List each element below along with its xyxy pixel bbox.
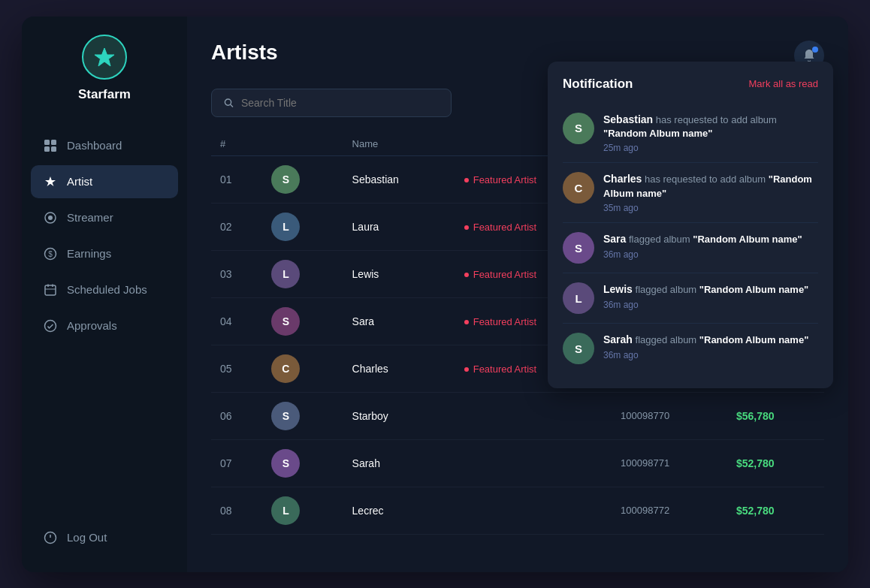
- app-window: Starfarm Dashboard: [22, 17, 848, 572]
- search-input[interactable]: [241, 97, 439, 109]
- earnings: $52,780: [727, 439, 824, 487]
- sidebar-logo: Starfarm: [22, 35, 187, 102]
- row-number: 02: [211, 203, 262, 250]
- featured-tag: [455, 392, 612, 439]
- notif-description: Sara flagged album "Random Album name": [603, 232, 818, 247]
- notif-description: Lewis flagged album "Random Album name": [603, 282, 818, 297]
- sidebar-item-streamer[interactable]: Streamer: [31, 201, 178, 234]
- notification-item: C Charles has requested to add album "Ra…: [563, 163, 818, 223]
- svg-text:$: $: [48, 250, 53, 258]
- svg-line-18: [231, 104, 233, 107]
- mark-all-read-button[interactable]: Mark all as read: [749, 78, 818, 89]
- logout-label: Log Out: [67, 531, 107, 544]
- avatar: C: [271, 354, 300, 383]
- svg-rect-1: [44, 140, 50, 145]
- sidebar-item-scheduled-jobs[interactable]: Scheduled Jobs: [31, 273, 178, 306]
- notif-text: Sebastian has requested to add album "Ra…: [603, 113, 818, 154]
- notif-time: 35m ago: [603, 203, 818, 213]
- logout-button[interactable]: Log Out: [22, 521, 187, 554]
- notification-item: L Lewis flagged album "Random Album name…: [563, 273, 818, 324]
- notification-panel: Notification Mark all as read S Sebastia…: [548, 62, 833, 389]
- dashboard-label: Dashboard: [67, 139, 122, 152]
- notif-avatar: S: [563, 333, 594, 364]
- streamer-label: Streamer: [67, 211, 113, 224]
- table-row: 06 S Starboy 100098770 $56,780: [211, 392, 824, 439]
- approvals-label: Approvals: [67, 319, 117, 332]
- earnings: $52,780: [727, 487, 824, 534]
- notif-description: Sarah flagged album "Random Album name": [603, 333, 818, 348]
- svg-marker-5: [45, 176, 56, 186]
- row-number: 01: [211, 155, 262, 203]
- search-bar[interactable]: [211, 89, 452, 117]
- svg-point-17: [225, 98, 231, 104]
- avatar: S: [271, 449, 300, 478]
- notif-time: 25m ago: [603, 143, 818, 153]
- scheduled-jobs-label: Scheduled Jobs: [67, 283, 147, 296]
- notification-item: S Sebastian has requested to add album "…: [563, 104, 818, 164]
- stream-id: 100098770: [612, 392, 727, 439]
- avatar-cell: S: [262, 439, 343, 487]
- col-num: #: [211, 132, 262, 156]
- sidebar-item-artist[interactable]: Artist: [31, 165, 178, 198]
- svg-rect-2: [51, 140, 56, 145]
- name-cell: Lecrec: [343, 487, 455, 534]
- sidebar-nav: Dashboard Artist Streamer: [22, 129, 187, 521]
- page-title: Artists: [211, 41, 278, 65]
- svg-point-14: [45, 320, 56, 331]
- sidebar-item-dashboard[interactable]: Dashboard: [31, 129, 178, 162]
- notif-time: 36m ago: [603, 300, 818, 310]
- artist-label: Artist: [67, 175, 92, 188]
- avatar-cell: L: [262, 487, 343, 534]
- artist-icon: [43, 174, 58, 189]
- earnings: $56,780: [727, 392, 824, 439]
- svg-point-7: [48, 216, 53, 220]
- name-cell: Starboy: [343, 392, 455, 439]
- row-number: 08: [211, 487, 262, 534]
- sidebar: Starfarm Dashboard: [22, 17, 187, 572]
- avatar: L: [271, 496, 300, 525]
- featured-tag: [455, 439, 612, 487]
- row-number: 07: [211, 439, 262, 487]
- avatar-cell: L: [262, 250, 343, 297]
- sidebar-item-earnings[interactable]: $ Earnings: [31, 237, 178, 270]
- avatar-cell: S: [262, 155, 343, 203]
- earnings-label: Earnings: [67, 247, 111, 260]
- notif-description: Sebastian has requested to add album "Ra…: [603, 113, 818, 141]
- notification-item: S Sara flagged album "Random Album name"…: [563, 223, 818, 273]
- name-cell: Sara: [343, 297, 455, 345]
- approvals-icon: [43, 318, 58, 333]
- col-avatar: [262, 132, 343, 156]
- svg-rect-4: [51, 146, 56, 152]
- avatar-cell: C: [262, 345, 343, 392]
- stream-id: 100098772: [612, 487, 727, 534]
- avatar: L: [271, 213, 300, 241]
- sidebar-item-approvals[interactable]: Approvals: [31, 309, 178, 342]
- notif-text: Charles has requested to add album "Rand…: [603, 172, 818, 213]
- avatar-cell: S: [262, 392, 343, 439]
- col-name: Name: [343, 132, 455, 156]
- avatar: S: [271, 402, 300, 430]
- avatar: S: [271, 307, 300, 336]
- featured-tag: [455, 487, 612, 534]
- name-cell: Sarah: [343, 439, 455, 487]
- notif-text: Lewis flagged album "Random Album name" …: [603, 282, 818, 310]
- svg-rect-3: [44, 146, 50, 152]
- notification-dot: [812, 47, 818, 53]
- stream-id: 100098771: [612, 439, 727, 487]
- name-cell: Charles: [343, 345, 455, 392]
- notification-list: S Sebastian has requested to add album "…: [563, 104, 818, 374]
- notification-item: S Sarah flagged album "Random Album name…: [563, 324, 818, 373]
- avatar: L: [271, 260, 300, 288]
- name-cell: Sebastian: [343, 155, 455, 203]
- row-number: 06: [211, 392, 262, 439]
- scheduled-jobs-icon: [43, 282, 58, 297]
- notif-description: Charles has requested to add album "Rand…: [603, 172, 818, 201]
- notif-time: 36m ago: [603, 350, 818, 360]
- row-number: 03: [211, 250, 262, 297]
- main-content: Artists # Na: [187, 17, 848, 572]
- dashboard-icon: [43, 138, 58, 153]
- name-cell: Lewis: [343, 250, 455, 297]
- notification-title: Notification: [563, 77, 633, 92]
- table-row: 07 S Sarah 100098771 $52,780: [211, 439, 824, 487]
- avatar-cell: S: [262, 297, 343, 345]
